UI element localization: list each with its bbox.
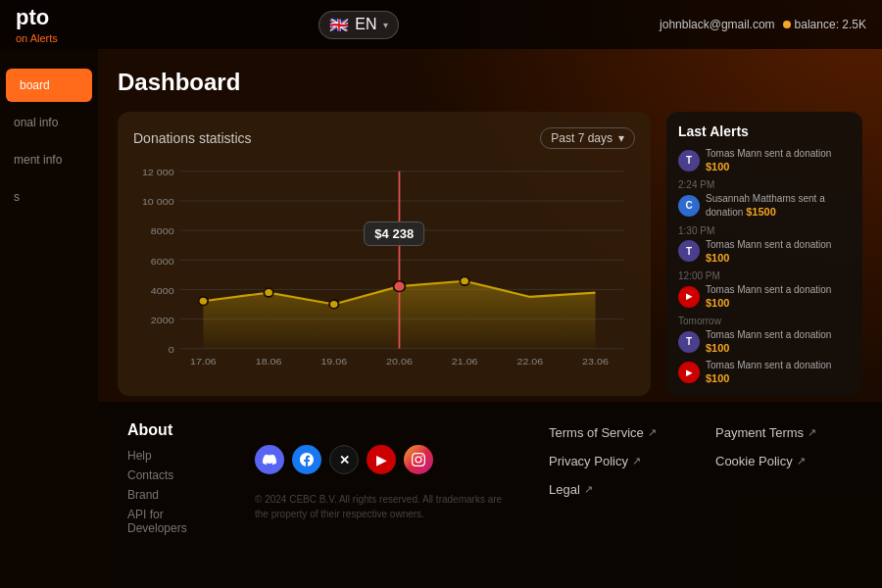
- period-label: Past 7 days: [551, 131, 612, 145]
- sidebar-item-personal-info[interactable]: onal info: [0, 106, 98, 139]
- alert-text: Tomas Mann sent a donation $100: [706, 147, 851, 173]
- avatar: C: [678, 195, 700, 217]
- list-item: T Tomas Mann sent a donation $100: [678, 328, 851, 355]
- external-link-icon: ↗: [632, 455, 641, 467]
- payment-terms-label: Payment Terms: [715, 425, 804, 440]
- svg-text:17.06: 17.06: [190, 356, 217, 366]
- navbar-center: 🇬🇧 EN ▾: [318, 11, 398, 39]
- svg-text:10 000: 10 000: [142, 197, 174, 207]
- avatar: ▶: [678, 286, 700, 308]
- alert-text: Tomas Mann sent a donation $100: [706, 283, 851, 310]
- svg-text:23.06: 23.06: [582, 356, 609, 366]
- svg-point-23: [199, 297, 209, 306]
- language-selector[interactable]: 🇬🇧 EN ▾: [318, 11, 398, 39]
- x-icon[interactable]: ✕: [329, 445, 359, 474]
- period-selector[interactable]: Past 7 days ▾: [540, 127, 635, 149]
- lang-label: EN: [355, 16, 376, 33]
- list-item: ▶ Tomas Mann sent a donation $100: [678, 283, 851, 310]
- svg-text:20.06: 20.06: [386, 356, 413, 366]
- svg-point-24: [264, 288, 273, 297]
- chart-header: Donations statistics Past 7 days ▾: [133, 127, 635, 149]
- svg-point-25: [329, 300, 339, 309]
- footer-about: About Help Contacts Brand API for Develo…: [127, 421, 225, 568]
- alert-text: Tomas Mann sent a donation $100: [706, 359, 851, 385]
- avatar: T: [678, 150, 700, 172]
- cookie-policy-label: Cookie Policy: [715, 454, 793, 468]
- sidebar: board onal info ment info s: [0, 49, 98, 588]
- balance-value: balance: 2.5K: [795, 18, 866, 31]
- footer-social-section: ✕ ▶ © 2024 CEBC B.V. All rights reserved…: [255, 421, 510, 568]
- chart-svg: 12 000 10 000 8000 6000 4000 2000 0 17.0…: [133, 161, 635, 367]
- alert-text: Susannah Matthams sent a donation $1500: [706, 192, 851, 219]
- sidebar-item-dashboard[interactable]: board: [6, 69, 92, 102]
- list-item: ▶ Tomas Mann sent a donation $100: [678, 359, 851, 385]
- svg-text:19.06: 19.06: [320, 356, 347, 366]
- svg-point-27: [460, 276, 469, 285]
- legal-link[interactable]: Legal ↗: [549, 482, 686, 497]
- avatar: T: [678, 331, 700, 353]
- terms-of-service-label: Terms of Service: [549, 425, 644, 440]
- footer-about-title: About: [127, 421, 225, 439]
- list-item: T Tomas Mann sent a donation $100: [678, 238, 851, 265]
- list-item: C Susannah Matthams sent a donation $150…: [678, 192, 851, 219]
- footer: About Help Contacts Brand API for Develo…: [98, 402, 882, 588]
- footer-links-col-2: Payment Terms ↗ Cookie Policy ↗: [715, 425, 853, 568]
- footer-link-brand[interactable]: Brand: [127, 488, 225, 502]
- external-link-icon: ↗: [808, 426, 816, 439]
- balance-dot-icon: [783, 21, 791, 28]
- chevron-down-icon: ▾: [383, 20, 388, 30]
- navbar: pto on Alerts 🇬🇧 EN ▾ johnblack@gmail.co…: [0, 0, 882, 49]
- instagram-icon[interactable]: [404, 445, 433, 474]
- balance-badge: balance: 2.5K: [783, 18, 866, 31]
- privacy-policy-link[interactable]: Privacy Policy ↗: [549, 454, 686, 468]
- avatar: T: [678, 240, 700, 262]
- brand-pto-text: pto: [16, 5, 58, 30]
- svg-text:18.06: 18.06: [256, 356, 282, 366]
- privacy-policy-label: Privacy Policy: [549, 454, 628, 468]
- page-title: Dashboard: [118, 69, 862, 96]
- chart-title: Donations statistics: [133, 130, 252, 146]
- avatar: ▶: [678, 362, 700, 383]
- footer-links-col-1: Terms of Service ↗ Privacy Policy ↗ Lega…: [549, 425, 686, 568]
- external-link-icon: ↗: [648, 426, 657, 439]
- svg-text:4000: 4000: [151, 285, 174, 295]
- alert-time: 12:00 PM: [678, 270, 851, 281]
- alert-time: Tomorrow: [678, 316, 851, 326]
- footer-link-api[interactable]: API for Developers: [127, 508, 225, 535]
- sidebar-item-payment-info[interactable]: ment info: [0, 143, 98, 176]
- external-link-icon: ↗: [797, 455, 806, 467]
- footer-link-contacts[interactable]: Contacts: [127, 468, 225, 482]
- sidebar-item-alerts[interactable]: s: [0, 180, 98, 214]
- terms-of-service-link[interactable]: Terms of Service ↗: [549, 425, 686, 440]
- footer-copyright: © 2024 CEBC B.V. All rights reserved. Al…: [255, 492, 510, 521]
- discord-icon[interactable]: [255, 445, 284, 474]
- svg-text:8000: 8000: [151, 226, 174, 236]
- brand-alerts-text: on Alerts: [16, 32, 58, 44]
- alerts-panel: Last Alerts T Tomas Mann sent a donation…: [666, 112, 862, 396]
- navbar-right: johnblack@gmail.com balance: 2.5K: [660, 18, 866, 31]
- alerts-title: Last Alerts: [678, 123, 851, 139]
- svg-text:6000: 6000: [151, 256, 174, 266]
- facebook-icon[interactable]: [292, 445, 321, 474]
- payment-terms-link[interactable]: Payment Terms ↗: [715, 425, 853, 440]
- svg-text:21.06: 21.06: [452, 356, 478, 366]
- social-icons-group: ✕ ▶: [255, 445, 510, 474]
- svg-text:0: 0: [169, 344, 174, 354]
- svg-point-26: [394, 281, 406, 292]
- list-item: T Tomas Mann sent a donation $100: [678, 147, 851, 173]
- youtube-icon[interactable]: ▶: [367, 445, 396, 474]
- period-chevron-icon: ▾: [618, 131, 624, 145]
- flag-icon: 🇬🇧: [329, 16, 349, 34]
- footer-link-help[interactable]: Help: [127, 449, 225, 463]
- alert-time: 1:30 PM: [678, 225, 851, 236]
- svg-text:2000: 2000: [151, 315, 174, 324]
- chart-container: $4 238 12 000 10 000 8000 6000 4000: [133, 161, 635, 367]
- legal-label: Legal: [549, 482, 580, 497]
- brand-logo: pto on Alerts: [16, 5, 58, 44]
- content-area: Donations statistics Past 7 days ▾ $4 23…: [118, 112, 862, 396]
- chart-panel: Donations statistics Past 7 days ▾ $4 23…: [118, 112, 651, 396]
- alert-text: Tomas Mann sent a donation $100: [706, 328, 851, 355]
- cookie-policy-link[interactable]: Cookie Policy ↗: [715, 454, 853, 468]
- alert-text: Tomas Mann sent a donation $100: [706, 238, 851, 265]
- external-link-icon: ↗: [584, 483, 593, 496]
